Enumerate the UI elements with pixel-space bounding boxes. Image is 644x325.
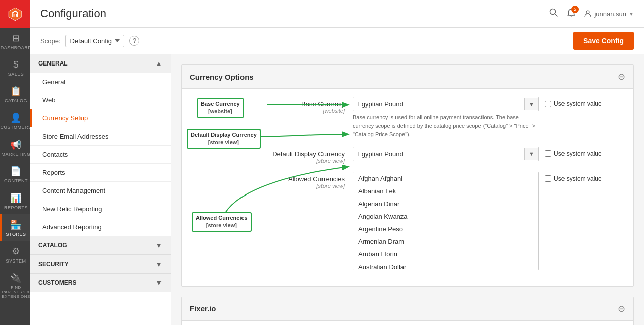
config-panel: Currency Options ⊖	[171, 54, 644, 325]
allowed-currencies-row: Allowed Currencies [store view] Afghan A…	[192, 172, 623, 270]
currency-options-title: Currency Options	[190, 73, 254, 81]
currency-options-section: Currency Options ⊖	[181, 64, 634, 287]
default-display-currency-select[interactable]: Egyptian Pound	[353, 147, 524, 161]
sales-icon: $	[13, 59, 19, 70]
currency-options-body: Base Currency [website] Default Display …	[182, 89, 633, 286]
allowed-currencies-label: Allowed Currencies [store view]	[192, 172, 353, 189]
scope-label: Scope:	[40, 37, 60, 45]
listbox-option[interactable]: Afghan Afghani	[353, 172, 538, 185]
sidebar-item-system[interactable]: ⚙ SYSTEM	[0, 241, 30, 268]
listbox-option[interactable]: Australian Dollar	[353, 261, 538, 270]
default-display-currency-select-wrap[interactable]: Egyptian Pound ▼	[353, 147, 539, 161]
base-currency-select-wrap[interactable]: Egyptian Pound ▼	[353, 97, 539, 111]
scope-bar: Scope: Default Config ? Save Config	[30, 28, 644, 54]
sidebar-item-sales[interactable]: $ SALES	[0, 54, 30, 81]
currency-options-header[interactable]: Currency Options ⊖	[182, 65, 633, 89]
chevron-up-icon: ▲	[155, 59, 163, 68]
extensions-icon: 🔌	[10, 273, 22, 284]
left-nav: GENERAL ▲ General Web Currency Setup Sto…	[30, 54, 171, 325]
fixer-body: API Key [global] Connection Timeout in S…	[182, 321, 633, 326]
allowed-currencies-system-value[interactable]: Use system value	[545, 172, 602, 182]
base-currency-info: Base currency is used for all online pay…	[353, 113, 539, 139]
base-currency-select[interactable]: Egyptian Pound	[353, 97, 524, 111]
sidebar: ⊞ DASHBOARD $ SALES 📋 CATALOG 👤 CUSTOMER…	[0, 0, 30, 325]
listbox-option[interactable]: Armenian Dram	[353, 235, 538, 248]
base-currency-system-value[interactable]: Use system value	[545, 97, 602, 107]
notifications-icon[interactable]: 2	[567, 8, 576, 20]
allowed-currencies-listbox[interactable]: Afghan AfghaniAlbanian LekAlgerian Dinar…	[353, 172, 539, 270]
nav-section-general[interactable]: GENERAL ▲	[30, 54, 171, 73]
base-currency-control-wrap: Egyptian Pound ▼ Base currency is used f…	[353, 97, 623, 139]
listbox-option[interactable]: Albanian Lek	[353, 185, 538, 198]
sidebar-item-marketing[interactable]: 📢 MARKETING	[0, 134, 30, 161]
default-display-system-value[interactable]: Use system value	[545, 147, 602, 157]
content-area: GENERAL ▲ General Web Currency Setup Sto…	[30, 54, 644, 325]
fixer-section: Fixer.io ⊖ API Key [global]	[181, 297, 634, 326]
base-currency-dropdown-arrow[interactable]: ▼	[524, 98, 538, 110]
header-actions: 2 junnan.sun ▼	[549, 8, 634, 20]
listbox-option[interactable]: Aruban Florin	[353, 248, 538, 261]
nav-section-customers[interactable]: CUSTOMERS ▼	[30, 274, 171, 292]
base-currency-label: Base Currency [website]	[192, 97, 353, 114]
sidebar-item-stores[interactable]: 🏪 STORES	[0, 214, 30, 241]
top-header: Configuration 2 junnan.s	[30, 0, 644, 28]
default-display-currency-control-wrap: Egyptian Pound ▼ Use system value	[353, 147, 623, 161]
nav-item-new-relic[interactable]: New Relic Reporting	[30, 200, 171, 218]
nav-section-catalog[interactable]: CATALOG ▼	[30, 236, 171, 255]
nav-section-security[interactable]: SECURITY ▼	[30, 255, 171, 274]
default-display-system-checkbox[interactable]	[545, 150, 551, 157]
dashboard-icon: ⊞	[12, 33, 20, 44]
page-title: Configuration	[40, 7, 106, 20]
allowed-currencies-system-checkbox[interactable]	[545, 175, 551, 182]
content-icon: 📄	[10, 166, 22, 177]
system-icon: ⚙	[12, 246, 20, 257]
nav-item-content-mgmt[interactable]: Content Management	[30, 182, 171, 200]
customers-icon: 👤	[10, 112, 22, 123]
svg-point-4	[586, 11, 589, 14]
nav-item-general[interactable]: General	[30, 73, 171, 91]
allowed-currencies-control-wrap: Afghan AfghaniAlbanian LekAlgerian Dinar…	[353, 172, 623, 270]
fixer-title: Fixer.io	[190, 304, 216, 313]
save-config-button[interactable]: Save Config	[573, 32, 634, 50]
nav-item-store-email[interactable]: Store Email Addresses	[30, 127, 171, 146]
stores-icon: 🏪	[10, 219, 22, 230]
listbox-option[interactable]: Algerian Dinar	[353, 198, 538, 210]
chevron-down-icon-customers: ▼	[155, 279, 163, 287]
catalog-icon: 📋	[10, 86, 22, 97]
user-menu[interactable]: junnan.sun ▼	[584, 10, 634, 18]
scope-select[interactable]: Default Config	[65, 35, 124, 47]
notifications-badge: 2	[571, 6, 579, 13]
default-display-dropdown-arrow[interactable]: ▼	[524, 148, 538, 160]
reports-icon: 📊	[10, 192, 22, 204]
help-icon[interactable]: ?	[129, 36, 139, 46]
sidebar-item-content[interactable]: 📄 CONTENT	[0, 161, 30, 187]
fixer-collapse-icon[interactable]: ⊖	[618, 303, 625, 314]
sidebar-item-dashboard[interactable]: ⊞ DASHBOARD	[0, 28, 30, 54]
marketing-icon: 📢	[10, 139, 22, 150]
sidebar-item-reports[interactable]: 📊 REPORTS	[0, 187, 30, 214]
user-name: junnan.sun	[594, 10, 626, 18]
listbox-option[interactable]: Angolan Kwanza	[353, 210, 538, 223]
nav-item-web[interactable]: Web	[30, 91, 171, 109]
logo[interactable]	[0, 0, 30, 28]
user-dropdown-icon: ▼	[629, 11, 634, 17]
default-display-currency-row: Default Display Currency [store view] Eg…	[192, 147, 623, 164]
search-icon[interactable]	[549, 8, 558, 20]
sidebar-item-extensions[interactable]: 🔌 FIND PARTNERS & EXTENSIONS	[0, 268, 30, 303]
base-currency-system-checkbox[interactable]	[545, 101, 551, 107]
svg-line-3	[555, 14, 557, 16]
base-currency-row: Base Currency [website] Egyptian Pound ▼	[192, 97, 623, 139]
chevron-down-icon: ▼	[155, 241, 163, 249]
section-collapse-icon[interactable]: ⊖	[618, 71, 625, 82]
nav-item-advanced-reporting[interactable]: Advanced Reporting	[30, 218, 171, 236]
listbox-option[interactable]: Argentine Peso	[353, 223, 538, 235]
nav-item-contacts[interactable]: Contacts	[30, 146, 171, 164]
nav-item-reports[interactable]: Reports	[30, 164, 171, 182]
default-display-currency-label: Default Display Currency [store view]	[192, 147, 353, 164]
sidebar-item-catalog[interactable]: 📋 CATALOG	[0, 81, 30, 107]
sidebar-item-customers[interactable]: 👤 CUSTOMERS	[0, 107, 30, 134]
fixer-header[interactable]: Fixer.io ⊖	[182, 297, 633, 321]
scope-left: Scope: Default Config ?	[40, 35, 139, 47]
chevron-down-icon-security: ▼	[155, 260, 163, 268]
nav-item-currency-setup[interactable]: Currency Setup	[30, 109, 171, 127]
